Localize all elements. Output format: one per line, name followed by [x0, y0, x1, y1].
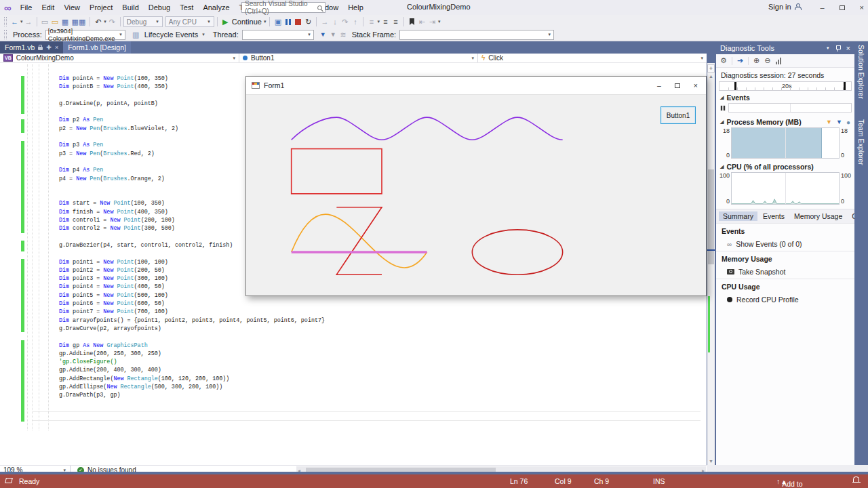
- wave-curve: [292, 117, 563, 140]
- process-combo[interactable]: [0x3904] ColourMixingDemo.exe▾: [45, 30, 125, 40]
- memory-filter-icon[interactable]: ▼: [826, 119, 832, 125]
- toolbar-overflow[interactable]: ▾: [437, 19, 441, 24]
- toggle-bookmark-button[interactable]: [407, 16, 417, 28]
- step-over-button[interactable]: ↷: [340, 16, 350, 28]
- promote-tab-icon[interactable]: ✚: [46, 44, 52, 51]
- close-tab-icon[interactable]: ×: [55, 44, 58, 51]
- stack-frame-combo[interactable]: ▾: [399, 30, 554, 40]
- menu-project[interactable]: Project: [85, 0, 117, 15]
- previous-bookmark-button[interactable]: ⇤: [417, 16, 427, 28]
- solution-configuration-combo[interactable]: Debug▾: [123, 16, 163, 27]
- continue-button[interactable]: Continue: [231, 16, 263, 28]
- restart-button[interactable]: ↻: [303, 16, 313, 28]
- navigate-back-button[interactable]: ←: [9, 16, 20, 28]
- line-uncomment-button[interactable]: ≡: [391, 16, 401, 28]
- scroll-down-arrow-icon[interactable]: ▼: [707, 459, 715, 464]
- zoom-in-icon[interactable]: ⊕: [753, 56, 760, 65]
- undo-button[interactable]: ↶: [93, 16, 103, 28]
- lock-icon: [38, 47, 43, 50]
- continue-play-icon[interactable]: ▶: [220, 16, 231, 28]
- step-out-button[interactable]: ↑: [350, 16, 360, 28]
- form1-title-bar[interactable]: Form1 – ×: [246, 77, 706, 94]
- side-tab-solution-explorer[interactable]: Solution Explorer: [857, 45, 865, 99]
- scroll-up-arrow-icon[interactable]: ▲: [707, 74, 715, 79]
- tab-form1-vb[interactable]: Form1.vb ✚ ×: [0, 41, 63, 54]
- pin-icon[interactable]: [835, 45, 841, 52]
- select-tool-icon[interactable]: ➔: [737, 56, 743, 65]
- toolbar2-grip[interactable]: [4, 30, 7, 39]
- sign-in-label: Sign in: [768, 3, 791, 11]
- diagnostic-tools-header[interactable]: Diagnostic Tools ▾ ×: [716, 42, 854, 54]
- menu-build[interactable]: Build: [117, 0, 143, 15]
- form-close-button[interactable]: ×: [694, 81, 698, 89]
- form-maximize-button[interactable]: [675, 83, 680, 88]
- settings-gear-icon[interactable]: ⚙: [720, 56, 727, 65]
- window-minimize-button[interactable]: –: [820, 3, 824, 12]
- events-section-header[interactable]: ◢ Events: [716, 91, 854, 103]
- step-into-button[interactable]: ↓: [330, 16, 340, 28]
- menu-help[interactable]: Help: [343, 0, 368, 15]
- show-events-link[interactable]: ∞ Show Events (0 of 0): [716, 237, 854, 251]
- record-icon: [727, 297, 732, 302]
- tab-form1-vb-design[interactable]: Form1.vb [Design]: [63, 41, 131, 54]
- suspend-icon[interactable]: ≋: [338, 28, 349, 41]
- timeline-marker: [734, 82, 736, 90]
- open-file-button[interactable]: ▭: [50, 16, 60, 28]
- new-file-button[interactable]: ▭: [40, 16, 50, 28]
- navigate-forward-button[interactable]: →: [24, 16, 34, 28]
- menu-analyze[interactable]: Analyze: [198, 0, 234, 15]
- project-dropdown[interactable]: VB ColourMixingDemo ▾: [0, 54, 239, 62]
- menu-debug[interactable]: Debug: [144, 0, 175, 15]
- save-all-button[interactable]: ▦▦: [71, 16, 87, 28]
- record-cpu-profile-link[interactable]: Record CPU Profile: [716, 293, 854, 306]
- show-next-statement-button[interactable]: →: [319, 16, 330, 28]
- panel-options-dropdown[interactable]: ▾: [826, 45, 830, 51]
- vertical-scrollbar[interactable]: + ▲ ▼: [707, 63, 715, 465]
- code-analysis-button[interactable]: ≡: [366, 16, 376, 28]
- next-bookmark-button[interactable]: ⇥: [427, 16, 437, 28]
- diag-tab-memory-usage[interactable]: Memory Usage: [790, 211, 846, 221]
- breakpoints-window-button[interactable]: ▣: [273, 16, 283, 28]
- take-snapshot-link[interactable]: Take Snapshot: [716, 265, 854, 279]
- menu-edit[interactable]: Edit: [37, 0, 59, 15]
- cpu-section-header[interactable]: ◢ CPU (% of all processors): [716, 160, 854, 172]
- event-dropdown[interactable]: ϟ Click ▾: [478, 54, 707, 62]
- redo-button[interactable]: ↷: [107, 16, 117, 28]
- menu-view[interactable]: View: [59, 0, 85, 15]
- toolbar-grip[interactable]: [4, 17, 7, 26]
- notifications-bell-icon[interactable]: [853, 476, 859, 482]
- window-close-button[interactable]: ×: [860, 3, 864, 12]
- save-button[interactable]: ▦: [60, 16, 71, 28]
- change-mark: [708, 296, 710, 352]
- window-maximize-button[interactable]: [840, 5, 845, 10]
- lifecycle-events-dropdown[interactable]: ▾: [201, 32, 205, 37]
- solution-platform-combo[interactable]: Any CPU▾: [165, 16, 214, 27]
- search-input[interactable]: Search Visual Studio (Ctrl+Q): [241, 2, 326, 13]
- stop-debugging-button[interactable]: [293, 16, 303, 28]
- memory-snapshot-marker-icon[interactable]: ▼: [836, 119, 842, 125]
- diag-tab-summary[interactable]: Summary: [719, 211, 757, 221]
- zoom-out-icon[interactable]: ⊖: [764, 56, 770, 65]
- sign-in-button[interactable]: Sign in: [768, 3, 802, 11]
- flag-threads-icon[interactable]: ▼: [328, 28, 338, 41]
- break-all-button[interactable]: [283, 16, 293, 28]
- diag-tab-events[interactable]: Events: [759, 211, 789, 221]
- memory-section-header[interactable]: ◢ Process Memory (MB) ▼ ▼ ●: [716, 115, 854, 127]
- form-minimize-button[interactable]: –: [657, 81, 661, 89]
- side-tab-team-explorer[interactable]: Team Explorer: [857, 119, 865, 165]
- thread-combo[interactable]: ▾: [242, 30, 314, 40]
- filter-threads-icon[interactable]: ▼: [318, 28, 328, 41]
- timeline-ruler[interactable]: 20s: [719, 81, 852, 91]
- add-to-source-control-button[interactable]: ↑ Add to Source Control ▴: [776, 477, 785, 485]
- line-comment-button[interactable]: ≡: [380, 16, 391, 28]
- button1[interactable]: Button1: [660, 106, 696, 124]
- panel-close-icon[interactable]: ×: [846, 44, 850, 52]
- lifecycle-events-button[interactable]: Lifecycle Events: [141, 30, 201, 39]
- split-editor-handle[interactable]: +: [707, 64, 715, 73]
- menu-file[interactable]: File: [16, 0, 37, 15]
- menu-test[interactable]: Test: [175, 0, 198, 15]
- continue-dropdown[interactable]: ▾: [263, 19, 267, 24]
- object-dropdown[interactable]: Button1 ▾: [239, 54, 478, 62]
- change-bar: [21, 259, 24, 332]
- reset-view-icon[interactable]: [776, 58, 781, 64]
